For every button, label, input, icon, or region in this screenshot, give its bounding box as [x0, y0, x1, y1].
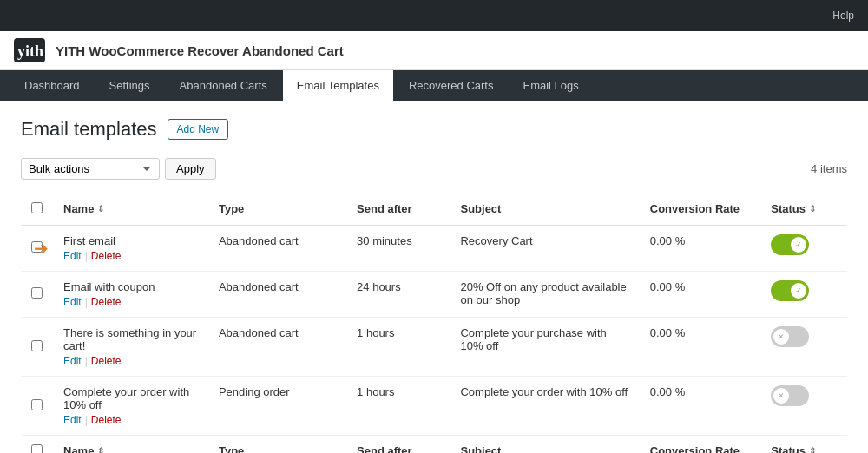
th-name: Name ⇕	[53, 194, 208, 226]
table-header-row: Name ⇕ Type Send after Subject Conversio…	[21, 194, 847, 226]
row-delete-link[interactable]: Delete	[91, 250, 122, 262]
th-subject: Subject	[450, 194, 639, 226]
row-status-cell: ✓	[760, 226, 847, 272]
tfoot-th-name: Name ⇕	[53, 436, 208, 454]
row-delete-link[interactable]: Delete	[91, 355, 122, 367]
row-conversion-rate-cell: 0.00 %	[640, 318, 760, 377]
row-edit-link[interactable]: Edit	[63, 414, 82, 426]
row-edit-link[interactable]: Edit	[63, 355, 82, 367]
row-subject-cell: Recovery Cart	[450, 226, 639, 272]
row-checkbox[interactable]	[31, 287, 43, 299]
toolbar: Bulk actions Apply 4 items	[21, 158, 847, 180]
th-type: Type	[208, 194, 346, 226]
row-send-after-cell: 24 hours	[346, 272, 450, 318]
row-checkbox-cell	[21, 377, 53, 436]
top-bar: Help	[0, 0, 868, 31]
row-actions: Edit | Delete	[63, 296, 198, 308]
status-sort-footer-icon: ⇕	[809, 446, 816, 453]
row-action-separator: |	[85, 250, 88, 262]
bulk-actions-select[interactable]: Bulk actions	[21, 158, 160, 180]
toggle-knob: ✓	[791, 283, 806, 299]
table-row: There is something in your cart! Edit | …	[21, 318, 847, 377]
row-actions: Edit | Delete	[63, 250, 198, 262]
row-name-cell: ➔ First email Edit | Delete	[53, 226, 208, 272]
page-content: Email templates Add New Bulk actions App…	[0, 101, 868, 453]
tfoot-th-type: Type	[208, 436, 346, 454]
status-sort-icon: ⇕	[809, 204, 816, 213]
row-delete-link[interactable]: Delete	[91, 296, 122, 308]
table-row: Email with coupon Edit | Delete Abandone…	[21, 272, 847, 318]
yith-logo: yith	[14, 38, 45, 62]
row-actions: Edit | Delete	[63, 355, 198, 367]
row-name: There is something in your cart!	[63, 326, 196, 352]
nav-tabs: Dashboard Settings Abandoned Carts Email…	[0, 70, 868, 101]
tab-dashboard[interactable]: Dashboard	[10, 70, 94, 101]
row-type-cell: Abandoned cart	[208, 318, 346, 377]
row-delete-link[interactable]: Delete	[91, 414, 122, 426]
toggle-knob: ✕	[773, 388, 789, 404]
tfoot-th-send-after: Send after	[346, 436, 450, 454]
row-edit-link[interactable]: Edit	[63, 250, 82, 262]
row-send-after-cell: 30 minutes	[346, 226, 450, 272]
apply-button[interactable]: Apply	[165, 158, 216, 180]
toggle-knob: ✓	[791, 237, 806, 253]
row-action-separator: |	[85, 355, 88, 367]
yith-logo-icon: yith	[14, 38, 45, 62]
add-new-button[interactable]: Add New	[168, 119, 229, 140]
row-name-cell: Complete your order with 10% off Edit | …	[53, 377, 208, 436]
tab-email-templates[interactable]: Email Templates	[283, 70, 393, 101]
row-name: Email with coupon	[63, 280, 155, 293]
row-conversion-rate-cell: 0.00 %	[640, 226, 760, 272]
row-checkbox-cell	[21, 318, 53, 377]
row-status-cell: ✕	[760, 318, 847, 377]
tab-settings[interactable]: Settings	[95, 70, 164, 101]
svg-text:yith: yith	[17, 43, 43, 60]
help-button[interactable]: Help	[832, 10, 854, 22]
status-toggle[interactable]: ✕	[771, 326, 809, 347]
status-toggle[interactable]: ✓	[771, 234, 809, 255]
tfoot-th-subject: Subject	[450, 436, 639, 454]
toggle-knob: ✕	[773, 329, 789, 345]
row-edit-link[interactable]: Edit	[63, 296, 82, 308]
row-action-separator: |	[85, 414, 88, 426]
select-all-header	[21, 194, 53, 226]
row-action-separator: |	[85, 296, 88, 308]
name-sort-icon: ⇕	[97, 204, 104, 213]
page-title: Email templates	[21, 118, 157, 141]
row-actions: Edit | Delete	[63, 414, 198, 426]
row-name-cell: There is something in your cart! Edit | …	[53, 318, 208, 377]
select-all-checkbox[interactable]	[31, 202, 43, 213]
row-send-after-cell: 1 hours	[346, 377, 450, 436]
row-send-after-cell: 1 hours	[346, 318, 450, 377]
plugin-header: yith YITH WooCommerce Recover Abandoned …	[0, 31, 868, 70]
status-toggle[interactable]: ✕	[771, 385, 809, 406]
status-toggle[interactable]: ✓	[771, 280, 809, 301]
row-checkbox[interactable]	[31, 399, 43, 410]
toolbar-left: Bulk actions Apply	[21, 158, 216, 180]
row-checkbox-cell	[21, 272, 53, 318]
plugin-title: YITH WooCommerce Recover Abandoned Cart	[56, 43, 344, 58]
row-checkbox[interactable]	[31, 340, 43, 351]
row-conversion-rate-cell: 0.00 %	[640, 377, 760, 436]
select-all-footer-checkbox[interactable]	[31, 444, 43, 453]
row-type-cell: Pending order	[208, 377, 346, 436]
tab-recovered-carts[interactable]: Recovered Carts	[395, 70, 508, 101]
table-row: Complete your order with 10% off Edit | …	[21, 377, 847, 436]
row-subject-cell: 20% Off on any product available on our …	[450, 272, 639, 318]
table-row: ➔ First email Edit | Delete Abandoned ca…	[21, 226, 847, 272]
select-all-footer	[21, 436, 53, 454]
email-templates-table: Name ⇕ Type Send after Subject Conversio…	[21, 194, 847, 453]
tab-email-logs[interactable]: Email Logs	[509, 70, 592, 101]
row-name: Complete your order with 10% off	[63, 385, 189, 411]
row-status-cell: ✓	[760, 272, 847, 318]
page-title-row: Email templates Add New	[21, 118, 847, 141]
th-status: Status ⇕	[760, 194, 847, 226]
row-conversion-rate-cell: 0.00 %	[640, 272, 760, 318]
tfoot-th-conversion-rate: Conversion Rate	[640, 436, 760, 454]
row-arrow-indicator: ➔	[34, 238, 49, 259]
row-type-cell: Abandoned cart	[208, 226, 346, 272]
name-sort-footer-icon: ⇕	[97, 446, 104, 453]
tfoot-th-status: Status ⇕	[760, 436, 847, 454]
tab-abandoned-carts[interactable]: Abandoned Carts	[166, 70, 281, 101]
row-subject-cell: Complete your purchase with 10% off	[450, 318, 639, 377]
